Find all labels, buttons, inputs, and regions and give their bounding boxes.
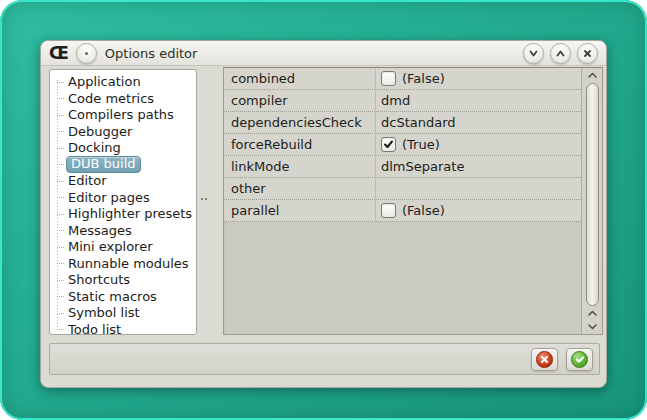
checkbox[interactable] xyxy=(381,71,396,86)
property-value: dmd xyxy=(381,93,410,108)
sidebar-item-debugger[interactable]: Debugger xyxy=(50,124,196,141)
property-value-cell[interactable]: dmd xyxy=(376,90,581,111)
scroll-up-button-bottom[interactable] xyxy=(582,307,602,320)
window-title: Options editor xyxy=(105,46,198,61)
sidebar-item-shortcuts[interactable]: Shortcuts xyxy=(50,272,196,289)
tree-branch-icon xyxy=(57,164,64,165)
sidebar-item-application[interactable]: Application xyxy=(50,74,196,91)
tree-branch-icon xyxy=(57,313,64,314)
sidebar-item-messages[interactable]: Messages xyxy=(50,223,196,240)
vertical-scrollbar[interactable] xyxy=(581,68,602,334)
sidebar-item-docking[interactable]: Docking xyxy=(50,140,196,157)
property-row-compiler[interactable]: compiler dmd xyxy=(224,90,581,112)
checkmark-icon xyxy=(383,139,394,150)
tree-branch-icon xyxy=(57,230,64,231)
sidebar-item-label: Symbol list xyxy=(68,306,140,320)
desktop-backdrop: Œ Options editor Application Code metr xyxy=(0,0,647,420)
sidebar-item-label: Todo list xyxy=(68,323,121,335)
chevron-up-icon xyxy=(587,309,598,318)
sidebar-item-label: DUB build xyxy=(66,156,141,173)
sidebar-item-static-macros[interactable]: Static macros xyxy=(50,289,196,306)
property-row-combined[interactable]: combined (False) xyxy=(224,68,581,90)
tree-branch-icon xyxy=(57,148,64,149)
property-value-cell[interactable]: (True) xyxy=(376,134,581,155)
sidebar-item-code-metrics[interactable]: Code metrics xyxy=(50,91,196,108)
scrollbar-thumb[interactable] xyxy=(586,83,599,306)
coedit-app-icon: Œ xyxy=(49,45,68,62)
sidebar-item-runnable-modules[interactable]: Runnable modules xyxy=(50,256,196,273)
sidebar-item-label: Static macros xyxy=(68,290,157,304)
checkbox[interactable] xyxy=(381,137,396,152)
property-row-forceRebuild[interactable]: forceRebuild (True) xyxy=(224,134,581,156)
sidebar-item-symbol-list[interactable]: Symbol list xyxy=(50,305,196,322)
property-name-cell: parallel xyxy=(224,200,376,221)
sidebar-item-label: Editor xyxy=(68,174,106,188)
tree-branch-icon xyxy=(57,197,64,198)
tree-branch-icon xyxy=(57,263,64,264)
close-button[interactable] xyxy=(577,43,598,64)
sidebar-item-label: Editor pages xyxy=(68,191,150,205)
titlebar[interactable]: Œ Options editor xyxy=(41,41,606,66)
property-name-cell: combined xyxy=(224,68,376,89)
property-row-dependenciesCheck[interactable]: dependenciesCheck dcStandard xyxy=(224,112,581,134)
sidebar-item-mini-explorer[interactable]: Mini explorer xyxy=(50,239,196,256)
sidebar-item-editor[interactable]: Editor xyxy=(50,173,196,190)
window-menu-icon xyxy=(85,52,88,55)
property-rows: combined (False) compiler dmd dependenci… xyxy=(224,68,581,222)
sidebar-item-label: Highlighter presets xyxy=(68,207,192,221)
property-row-linkMode[interactable]: linkMode dlmSeparate xyxy=(224,156,581,178)
property-name: dependenciesCheck xyxy=(231,115,362,130)
chevron-down-icon xyxy=(528,48,539,59)
property-value-cell[interactable]: (False) xyxy=(376,68,581,89)
tree-branch-icon xyxy=(57,247,64,248)
sidebar-item-label: Docking xyxy=(68,141,121,155)
sidebar-item-label: Compilers paths xyxy=(68,108,174,122)
sidebar-item-label: Application xyxy=(68,75,141,89)
property-name-cell: compiler xyxy=(224,90,376,111)
checkbox[interactable] xyxy=(381,203,396,218)
property-value-cell[interactable]: dcStandard xyxy=(376,112,581,133)
property-row-parallel[interactable]: parallel (False) xyxy=(224,200,581,222)
sidebar-item-editor-pages[interactable]: Editor pages xyxy=(50,190,196,207)
sidebar-item-compilers-paths[interactable]: Compilers paths xyxy=(50,107,196,124)
sidebar-item-todo-list[interactable]: Todo list xyxy=(50,322,196,336)
minimize-button[interactable] xyxy=(523,43,544,64)
property-name: forceRebuild xyxy=(231,137,312,152)
property-value: (True) xyxy=(402,137,440,152)
property-value-cell[interactable]: (False) xyxy=(376,200,581,221)
sidebar-item-highlighter-presets[interactable]: Highlighter presets xyxy=(50,206,196,223)
cancel-button[interactable] xyxy=(531,348,558,371)
sidebar-item-label: Code metrics xyxy=(68,92,154,106)
window-menu-button[interactable] xyxy=(76,43,97,64)
chevron-up-icon xyxy=(555,48,566,59)
property-value-cell[interactable] xyxy=(376,178,581,199)
sidebar-item-label: Runnable modules xyxy=(68,257,189,271)
property-value: (False) xyxy=(402,203,445,218)
sidebar-item-label: Messages xyxy=(68,224,132,238)
chevron-up-icon xyxy=(587,71,598,80)
property-name-cell: dependenciesCheck xyxy=(224,112,376,133)
property-value: (False) xyxy=(402,71,445,86)
accept-button[interactable] xyxy=(566,348,593,371)
property-name-cell: forceRebuild xyxy=(224,134,376,155)
sidebar-item-dub-build[interactable]: DUB build xyxy=(50,157,196,174)
maximize-button[interactable] xyxy=(550,43,571,64)
tree-branch-icon xyxy=(57,115,64,116)
property-value-cell[interactable]: dlmSeparate xyxy=(376,156,581,177)
tree-branch-icon xyxy=(57,82,64,83)
footer-bar xyxy=(49,343,600,375)
close-x-icon xyxy=(582,48,593,59)
scroll-down-button[interactable] xyxy=(582,320,602,333)
tree-branch-icon xyxy=(57,181,64,182)
splitter-grip-icon xyxy=(200,197,207,202)
window-controls xyxy=(523,43,598,64)
property-row-other[interactable]: other xyxy=(224,178,581,200)
scroll-up-button[interactable] xyxy=(582,69,602,82)
property-name: parallel xyxy=(231,203,279,218)
property-value: dcStandard xyxy=(381,115,456,130)
sidebar-item-label: Shortcuts xyxy=(68,273,130,287)
property-name: other xyxy=(231,181,266,196)
property-name: linkMode xyxy=(231,159,289,174)
splitter-handle[interactable] xyxy=(198,69,210,335)
property-name-cell: other xyxy=(224,178,376,199)
